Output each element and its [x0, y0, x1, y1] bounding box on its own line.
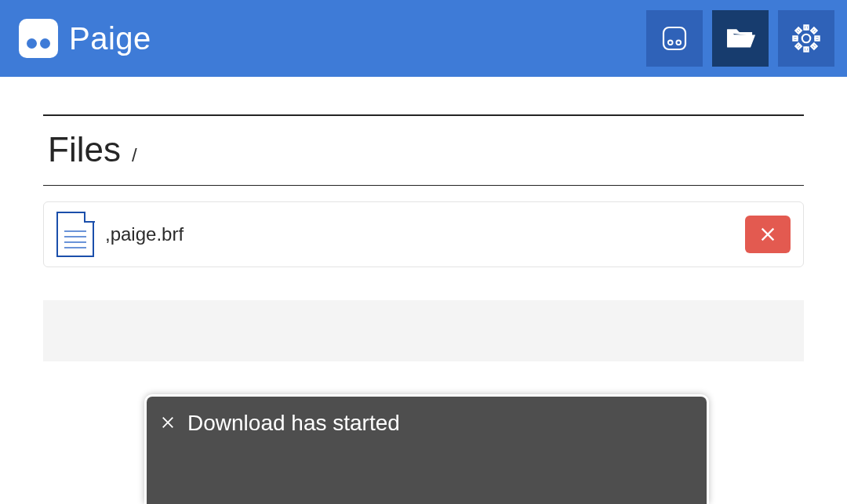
empty-area [43, 300, 804, 361]
file-document-icon [56, 212, 94, 257]
toast-notification: Download has started [144, 394, 709, 504]
toast-message: Download has started [187, 411, 400, 436]
file-row[interactable]: ,paige.brf [43, 201, 804, 267]
settings-button[interactable] [778, 10, 834, 67]
page-title: Files [48, 130, 121, 169]
device-button[interactable] [646, 10, 703, 67]
breadcrumb: Files / [43, 116, 804, 185]
device-icon [658, 22, 691, 55]
svg-point-3 [802, 34, 811, 43]
svg-rect-0 [663, 27, 685, 49]
folder-open-icon [724, 22, 757, 55]
paige-logo-icon [19, 19, 58, 58]
close-icon [759, 226, 776, 243]
app-header: Paige [0, 0, 847, 77]
file-name: ,paige.brf [105, 223, 184, 245]
header-buttons [646, 10, 834, 67]
files-button[interactable] [712, 10, 769, 67]
file-delete-button[interactable] [745, 216, 791, 253]
gear-icon [790, 22, 823, 55]
toast-close-button[interactable] [161, 415, 176, 431]
main-content: Files / ,paige.brf [43, 77, 804, 361]
breadcrumb-separator: / [132, 144, 137, 166]
svg-point-1 [668, 40, 673, 45]
brand-name: Paige [69, 21, 151, 56]
brand[interactable]: Paige [19, 19, 151, 58]
divider [43, 185, 804, 186]
svg-point-2 [676, 40, 681, 45]
close-icon [161, 415, 175, 430]
